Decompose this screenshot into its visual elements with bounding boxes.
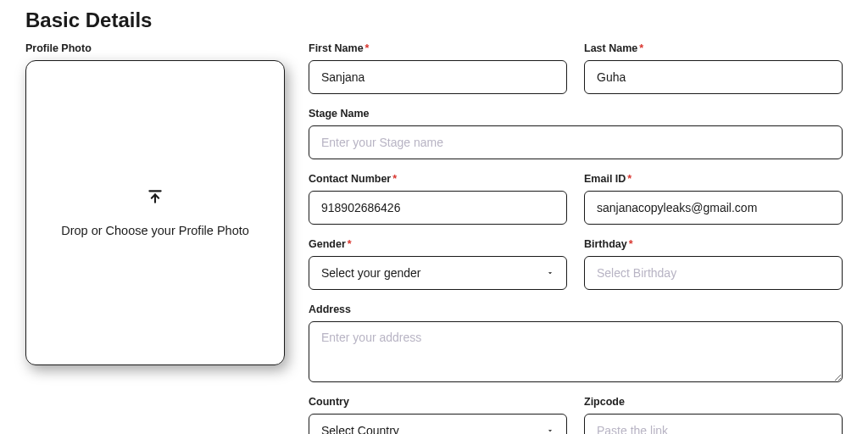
chevron-down-icon	[546, 424, 554, 434]
last-name-label: Last Name*	[584, 42, 843, 54]
profile-photo-dropzone[interactable]: Drop or Choose your Profile Photo	[25, 60, 285, 365]
first-name-label: First Name*	[309, 42, 567, 54]
chevron-down-icon	[546, 266, 554, 280]
email-id-label: Email ID*	[584, 173, 843, 185]
email-id-input[interactable]	[584, 191, 843, 225]
page-title: Basic Details	[25, 8, 843, 32]
contact-number-input[interactable]	[309, 191, 567, 225]
profile-photo-label: Profile Photo	[25, 42, 285, 54]
dropzone-text: Drop or Choose your Profile Photo	[61, 224, 249, 237]
zipcode-label: Zipcode	[584, 396, 843, 408]
first-name-input[interactable]	[309, 60, 567, 94]
gender-select[interactable]: Select your gender	[309, 256, 567, 290]
country-label: Country	[309, 396, 567, 408]
country-select-value: Select Country	[321, 424, 399, 434]
stage-name-label: Stage Name	[309, 108, 843, 120]
stage-name-input[interactable]	[309, 125, 843, 159]
birthday-label: Birthday*	[584, 238, 843, 250]
upload-icon	[147, 188, 164, 209]
address-input[interactable]	[309, 321, 843, 382]
last-name-input[interactable]	[584, 60, 843, 94]
zipcode-input[interactable]	[584, 414, 843, 434]
country-select[interactable]: Select Country	[309, 414, 567, 434]
contact-number-label: Contact Number*	[309, 173, 567, 185]
birthday-input[interactable]	[584, 256, 843, 290]
gender-label: Gender*	[309, 238, 567, 250]
gender-select-value: Select your gender	[321, 266, 421, 280]
address-label: Address	[309, 303, 843, 315]
